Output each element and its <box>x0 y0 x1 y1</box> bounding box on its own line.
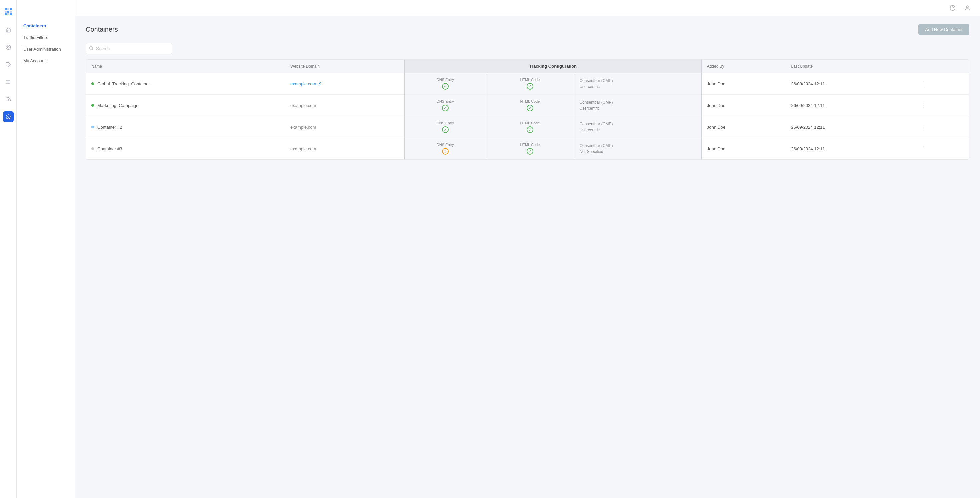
page-header: Containers Add New Container <box>86 24 969 35</box>
cell-domain: example.com <box>285 116 405 138</box>
cell-added-by: John Doe <box>702 138 786 160</box>
cell-added-by: John Doe <box>702 73 786 95</box>
svg-point-7 <box>8 116 9 117</box>
cell-last-update: 26/09/2024 12:11 <box>786 138 913 160</box>
cell-html: HTML Code ✓ <box>486 95 574 116</box>
logo-dot <box>10 13 12 15</box>
cell-added-by: John Doe <box>702 116 786 138</box>
add-container-button[interactable]: Add New Container <box>918 24 969 35</box>
topbar <box>75 0 980 16</box>
logo-dot <box>5 13 7 15</box>
domain-link[interactable]: example.com <box>290 81 321 86</box>
table-row: Global_Tracking_Container example.com D <box>86 73 969 95</box>
col-domain: Website Domain <box>285 60 405 73</box>
cell-cmp: Consentbar (CMP) Usercentric <box>574 95 702 116</box>
warn-icon: ! <box>442 148 449 155</box>
row-action-button[interactable]: ⋮ <box>919 100 928 110</box>
logo-dot <box>5 11 7 13</box>
sidebar-item-traffic-filters[interactable]: Traffic Filters <box>17 32 75 43</box>
svg-point-10 <box>966 6 968 8</box>
cell-name: Container #3 <box>86 138 285 160</box>
col-actions <box>913 60 969 73</box>
cell-html: HTML Code ✓ <box>486 73 574 95</box>
check-icon: ✓ <box>527 83 533 90</box>
cell-dns: DNS Entry ✓ <box>405 116 486 138</box>
cell-action[interactable]: ⋮ <box>913 73 969 95</box>
cell-html: HTML Code ✓ <box>486 116 574 138</box>
row-action-button[interactable]: ⋮ <box>919 122 928 132</box>
svg-line-13 <box>319 82 321 84</box>
help-icon[interactable] <box>948 3 957 13</box>
nav-home-icon[interactable] <box>3 25 14 35</box>
status-dot <box>91 147 94 150</box>
col-added-by: Added By <box>702 60 786 73</box>
nav-upload-icon[interactable] <box>3 94 14 105</box>
status-dot <box>91 104 94 107</box>
cell-cmp: Consentbar (CMP) Usercentric <box>574 116 702 138</box>
cell-action[interactable]: ⋮ <box>913 138 969 160</box>
status-dot <box>91 126 94 128</box>
cell-html: HTML Code ✓ <box>486 138 574 160</box>
col-tracking: Tracking Configuration <box>405 60 702 73</box>
row-action-button[interactable]: ⋮ <box>919 144 928 154</box>
cell-action[interactable]: ⋮ <box>913 95 969 116</box>
col-last-update: Last Update <box>786 60 913 73</box>
check-icon: ✓ <box>527 148 533 155</box>
cell-added-by: John Doe <box>702 95 786 116</box>
col-name: Name <box>86 60 285 73</box>
sidebar-item-my-account[interactable]: My Account <box>17 55 75 67</box>
logo-dot <box>10 8 12 10</box>
check-icon: ✓ <box>442 83 449 90</box>
status-dot <box>91 82 94 85</box>
logo-dot <box>5 8 7 10</box>
text-sidebar: Containers Traffic Filters User Administ… <box>17 0 75 498</box>
cell-dns: DNS Entry ✓ <box>405 95 486 116</box>
nav-section-icon[interactable] <box>3 77 14 88</box>
row-action-button[interactable]: ⋮ <box>919 79 928 89</box>
content-area: Containers Add New Container Name Websit… <box>75 16 980 498</box>
svg-line-12 <box>92 49 93 50</box>
logo-dot <box>7 8 10 10</box>
main-area: Containers Add New Container Name Websit… <box>75 0 980 498</box>
search-wrap <box>86 43 172 54</box>
svg-point-0 <box>6 45 10 49</box>
page-title: Containers <box>86 25 118 33</box>
cell-last-update: 26/09/2024 12:11 <box>786 95 913 116</box>
cell-domain: example.com <box>285 95 405 116</box>
cell-dns: DNS Entry ! <box>405 138 486 160</box>
sidebar-item-user-admin[interactable]: User Administration <box>17 43 75 55</box>
logo-dot <box>7 11 10 13</box>
svg-point-11 <box>90 46 93 49</box>
nav-settings-icon[interactable] <box>3 111 14 122</box>
cell-cmp: Consentbar (CMP) Usercentric <box>574 73 702 95</box>
cell-name: Container #2 <box>86 116 285 138</box>
table-row: Marketing_Campaign example.com DNS Entry… <box>86 95 969 116</box>
logo-dot <box>7 13 10 15</box>
cell-name: Marketing_Campaign <box>86 95 285 116</box>
nav-tag-icon[interactable] <box>3 59 14 70</box>
search-input[interactable] <box>86 43 172 54</box>
search-icon <box>89 46 93 51</box>
table-row: Container #2 example.com DNS Entry ✓ <box>86 116 969 138</box>
svg-point-1 <box>7 46 9 48</box>
containers-table: Name Website Domain Tracking Configurati… <box>86 59 969 160</box>
cell-last-update: 26/09/2024 12:11 <box>786 73 913 95</box>
nav-tracking-icon[interactable] <box>3 42 14 53</box>
cell-domain[interactable]: example.com <box>285 73 405 95</box>
logo-dot <box>10 11 12 13</box>
cell-cmp: Consentbar (CMP) Not Specified <box>574 138 702 160</box>
logo <box>3 5 14 18</box>
check-icon: ✓ <box>442 105 449 111</box>
user-icon[interactable] <box>963 3 972 13</box>
table-row: Container #3 example.com DNS Entry ! <box>86 138 969 160</box>
cell-action[interactable]: ⋮ <box>913 116 969 138</box>
cell-domain: example.com <box>285 138 405 160</box>
check-icon: ✓ <box>442 126 449 133</box>
check-icon: ✓ <box>527 126 533 133</box>
sidebar-item-containers[interactable]: Containers <box>17 20 75 32</box>
cell-dns: DNS Entry ✓ <box>405 73 486 95</box>
icon-sidebar <box>0 0 17 498</box>
cell-name: Global_Tracking_Container <box>86 73 285 95</box>
check-icon: ✓ <box>527 105 533 111</box>
cell-last-update: 26/09/2024 12:11 <box>786 116 913 138</box>
